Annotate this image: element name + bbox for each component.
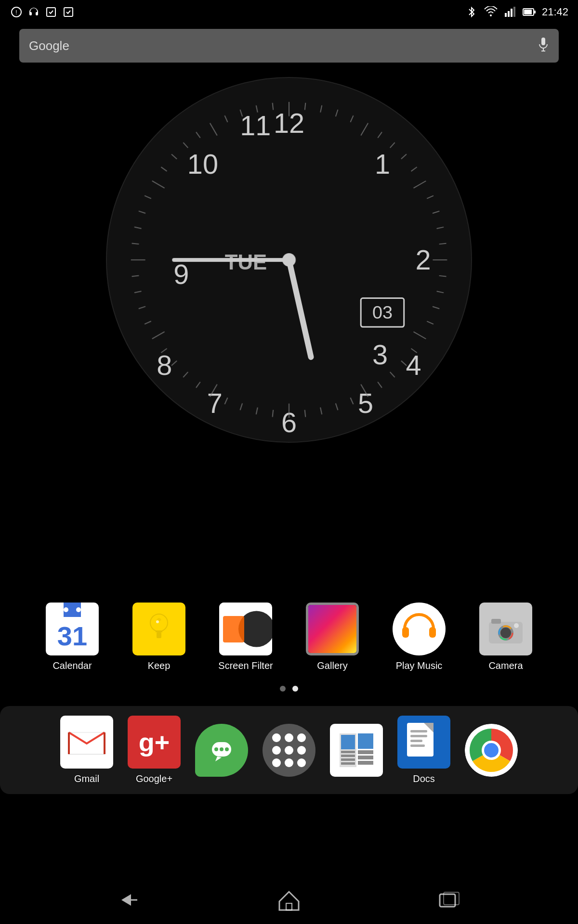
svg-line-43 bbox=[436, 227, 444, 229]
svg-line-36 bbox=[378, 132, 382, 138]
app-item-news[interactable] bbox=[330, 724, 383, 777]
app-row-dock: Gmail g+ Google+ bbox=[0, 706, 578, 794]
svg-point-109 bbox=[514, 623, 519, 628]
svg-line-42 bbox=[433, 211, 439, 214]
svg-text:11: 11 bbox=[240, 110, 271, 141]
docs-icon bbox=[397, 716, 450, 769]
recents-button[interactable] bbox=[430, 886, 469, 914]
gmail-icon bbox=[60, 716, 113, 769]
app-item-docs[interactable]: Docs bbox=[397, 716, 450, 784]
app-item-hangouts[interactable] bbox=[195, 724, 248, 777]
app-item-camera[interactable]: Camera bbox=[472, 603, 539, 671]
svg-rect-7 bbox=[511, 9, 512, 17]
svg-line-56 bbox=[350, 398, 353, 404]
svg-text:7: 7 bbox=[207, 388, 223, 419]
clock-widget[interactable]: 12 1 2 3 4 5 6 7 8 9 10 11 TUE 03 bbox=[106, 77, 472, 443]
svg-point-98 bbox=[395, 605, 443, 653]
app-item-gallery[interactable]: Gallery bbox=[299, 603, 366, 671]
svg-line-80 bbox=[152, 181, 165, 188]
svg-line-72 bbox=[139, 307, 145, 309]
svg-line-68 bbox=[171, 361, 177, 366]
app-item-keep[interactable]: Keep bbox=[125, 603, 193, 671]
svg-text:9: 9 bbox=[173, 259, 189, 290]
app-item-chrome[interactable] bbox=[465, 724, 518, 777]
svg-rect-133 bbox=[410, 735, 427, 737]
svg-text:2: 2 bbox=[415, 244, 431, 275]
app-item-playmusic[interactable]: Play Music bbox=[385, 603, 453, 671]
svg-line-46 bbox=[439, 276, 447, 277]
app-item-screenfilter[interactable]: Screen Filter bbox=[212, 603, 279, 671]
svg-line-50 bbox=[413, 332, 426, 339]
svg-rect-6 bbox=[508, 11, 510, 17]
svg-rect-2 bbox=[47, 8, 55, 16]
svg-rect-129 bbox=[341, 758, 355, 761]
svg-rect-128 bbox=[341, 755, 355, 757]
svg-line-39 bbox=[411, 167, 417, 171]
mic-icon[interactable] bbox=[538, 37, 549, 55]
battery-icon bbox=[523, 5, 536, 19]
playmusic-label: Play Music bbox=[396, 660, 443, 671]
svg-line-64 bbox=[224, 398, 227, 404]
app-item-gmail[interactable]: Gmail bbox=[60, 716, 113, 784]
docs-label: Docs bbox=[413, 773, 435, 784]
keep-icon bbox=[132, 603, 185, 655]
svg-text:4: 4 bbox=[406, 350, 421, 381]
svg-line-90 bbox=[258, 260, 342, 357]
headset-icon bbox=[27, 5, 40, 19]
svg-line-73 bbox=[134, 291, 142, 293]
svg-point-138 bbox=[484, 743, 499, 757]
svg-point-92 bbox=[282, 253, 296, 267]
svg-rect-95 bbox=[157, 632, 161, 638]
page-dot-1 bbox=[280, 686, 286, 692]
svg-line-33 bbox=[336, 110, 338, 116]
keep-label: Keep bbox=[148, 660, 171, 671]
svg-line-31 bbox=[305, 103, 306, 110]
svg-rect-8 bbox=[513, 7, 515, 17]
svg-line-34 bbox=[350, 116, 353, 122]
svg-rect-125 bbox=[358, 761, 373, 765]
svg-line-71 bbox=[144, 321, 151, 324]
svg-point-117 bbox=[214, 747, 218, 751]
app-item-appdrawer[interactable] bbox=[263, 724, 315, 777]
back-button[interactable] bbox=[109, 886, 148, 914]
svg-text:1: 1 bbox=[375, 149, 390, 180]
app-item-gplus[interactable]: g+ Google+ bbox=[128, 716, 181, 784]
svg-line-41 bbox=[427, 195, 434, 198]
calendar-icon: 31 bbox=[46, 603, 99, 655]
svg-line-89 bbox=[273, 103, 274, 110]
gplus-icon: g+ bbox=[128, 716, 181, 769]
svg-text:03: 03 bbox=[372, 302, 393, 322]
svg-rect-100 bbox=[429, 627, 436, 638]
svg-line-66 bbox=[196, 382, 200, 387]
svg-line-86 bbox=[224, 116, 227, 122]
svg-point-104 bbox=[500, 628, 511, 638]
calendar-label: Calendar bbox=[53, 660, 92, 671]
search-bar[interactable]: Google bbox=[19, 29, 559, 63]
svg-line-83 bbox=[183, 142, 188, 148]
svg-rect-5 bbox=[505, 13, 507, 17]
svg-line-58 bbox=[320, 407, 322, 414]
search-label: Google bbox=[29, 38, 538, 53]
page-indicators bbox=[280, 686, 298, 692]
svg-rect-135 bbox=[410, 744, 425, 747]
svg-line-38 bbox=[401, 154, 407, 159]
home-button[interactable] bbox=[270, 886, 308, 914]
svg-text:10: 10 bbox=[187, 149, 218, 180]
screenfilter-icon bbox=[219, 603, 272, 655]
svg-text:!: ! bbox=[15, 9, 17, 16]
svg-rect-124 bbox=[358, 756, 373, 759]
svg-line-54 bbox=[378, 382, 382, 387]
playmusic-icon bbox=[393, 603, 446, 655]
status-right-icons: 21:42 bbox=[465, 5, 568, 19]
svg-line-40 bbox=[413, 181, 426, 188]
gallery-icon bbox=[306, 603, 359, 655]
svg-text:8: 8 bbox=[157, 350, 172, 381]
app-row-1: 31 Calendar Keep bbox=[0, 603, 578, 671]
news-icon bbox=[330, 724, 383, 777]
app-item-calendar[interactable]: 31 Calendar bbox=[39, 603, 106, 671]
gmail-label: Gmail bbox=[74, 773, 99, 784]
svg-text:TUE: TUE bbox=[225, 250, 267, 274]
svg-rect-134 bbox=[410, 740, 422, 742]
appdrawer-icon bbox=[263, 724, 315, 777]
svg-rect-11 bbox=[524, 10, 532, 14]
